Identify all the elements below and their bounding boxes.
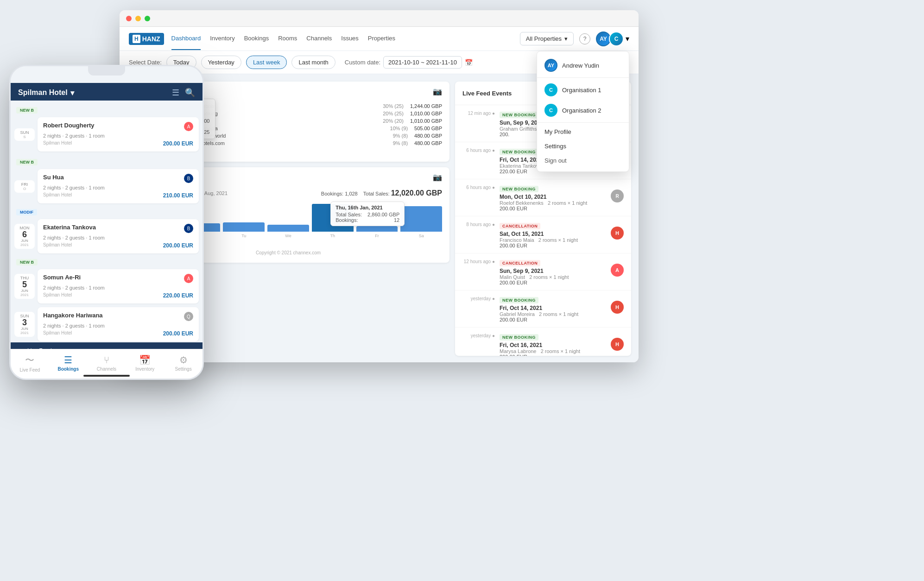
mobile-src-4: A — [184, 274, 193, 283]
mobile-nav-livefeed[interactable]: 〜 Live Feed — [11, 354, 49, 373]
expedia-name: Expedia — [199, 126, 387, 131]
mobile-hotel-tag-4: Spilman Hotel — [43, 292, 72, 299]
mobile-nav-channels[interactable]: ⑂ Channels — [88, 355, 126, 372]
feed-content-5: CANCELLATION Sun, Sep 9, 2021 Malin Quis… — [500, 258, 606, 285]
mobile-card-1[interactable]: Robert Dougherty A 2 nights · 2 guests ·… — [38, 117, 199, 152]
dropdown-divider-1 — [537, 77, 629, 78]
bar-tu: Tu — [223, 222, 265, 238]
dropdown-org2-label: Organisation 2 — [562, 107, 601, 114]
custom-date-section: Custom date: 2021-10-10 ~ 2021-11-10 📅 — [345, 56, 473, 69]
user-dropdown-menu: AY Andrew Yudin C Organisation 1 C Organ… — [537, 51, 629, 172]
mobile-card-footer-1: Spilman Hotel 200.00 EUR — [43, 140, 193, 147]
booking-name: Booking — [199, 111, 380, 116]
nav-channels[interactable]: Channels — [306, 27, 332, 50]
mobile-nav-inventory[interactable]: 📅 Inventory — [126, 354, 164, 372]
feed-detail-4: Francisco Maia 2 rooms × 1 night — [500, 237, 606, 243]
dropdown-user-item[interactable]: AY Andrew Yudin — [537, 55, 629, 76]
calendar-icon[interactable]: 📅 — [465, 59, 473, 66]
mobile-badge-2: NEW B — [16, 159, 38, 165]
dropdown-my-profile[interactable]: My Profile — [537, 125, 629, 139]
mobile-card-2[interactable]: Su Hua B 2 nights · 2 guests · 1 room Sp… — [38, 169, 199, 203]
settings-nav-icon: ⚙ — [179, 354, 188, 366]
mobile-amount-4: 220.00 EUR — [163, 292, 193, 299]
sales-camera-icon[interactable]: 📷 — [433, 173, 442, 182]
bar-tu-label: Tu — [241, 234, 246, 238]
chart-tooltip-sales: Total Sales: 2,860.00 GBP — [335, 212, 399, 217]
total-value: 12,020.00 GBP — [391, 189, 442, 197]
bar-fr-label: Fr — [375, 234, 379, 238]
mobile-card-footer-3: Spilman Hotel 200.00 EUR — [43, 242, 193, 249]
nav-dashboard[interactable]: Dashboard — [171, 27, 201, 50]
window-titlebar — [120, 10, 639, 27]
mobile-booking-list: NEW B SUN S Robert Dougherty A 2 nights … — [11, 101, 203, 342]
mobile-status-label-2: NEW B — [11, 155, 203, 169]
bar-sa: Sa — [400, 206, 442, 238]
feed-item-7: yesterday ● NEW BOOKING Fri, Oct 16, 202… — [455, 328, 631, 356]
search-icon-mobile[interactable]: 🔍 — [185, 88, 195, 98]
mobile-guest-4: Somun Ae-Ri — [43, 274, 81, 281]
livefeed-nav-label: Live Feed — [19, 367, 40, 373]
nav-issues[interactable]: Issues — [341, 27, 359, 50]
nav-properties[interactable]: Properties — [368, 27, 395, 50]
mobile-card-top-4: Somun Ae-Ri A — [43, 274, 193, 283]
live-feed-title: Live Feed Events — [462, 90, 544, 97]
help-icon[interactable]: ? — [579, 33, 590, 44]
maximize-button[interactable] — [145, 16, 150, 21]
feed-detail-6: Gabriel Moreira 2 rooms × 1 night — [500, 311, 606, 317]
dropdown-org2[interactable]: C Organisation 2 — [537, 100, 629, 120]
camera-icon[interactable]: 📷 — [433, 87, 442, 96]
date-yesterday-btn[interactable]: Yesterday — [201, 56, 241, 69]
mobile-status-bar — [11, 66, 203, 83]
close-button[interactable] — [126, 16, 132, 21]
nav-inventory[interactable]: Inventory — [210, 27, 234, 50]
bar-we: We — [267, 225, 309, 238]
feed-time-1: 12 min ago ● — [462, 110, 495, 116]
mobile-guest-5: Hangakore Hariwana — [43, 312, 103, 319]
property-selector[interactable]: All Properties ▾ — [520, 32, 574, 45]
property-selector-value: All Properties — [526, 35, 562, 42]
mobile-amount-3: 200.00 EUR — [163, 242, 193, 249]
mobile-card-5[interactable]: Hangakore Hariwana Q 2 nights · 2 guests… — [38, 307, 199, 341]
mobile-bottom-nav: 〜 Live Feed ☰ Bookings ⑂ Channels 📅 Inve… — [11, 349, 203, 379]
date-lastmonth-btn[interactable]: Last month — [291, 56, 335, 69]
mobile-hotel-tag-2: Spilman Hotel — [43, 192, 72, 199]
chart-tooltip-bookings: Bookings: 12 — [335, 217, 399, 223]
channels-nav-icon: ⑂ — [104, 355, 109, 366]
bar-we-bar — [267, 225, 309, 232]
bar-sa-label: Sa — [419, 234, 424, 238]
mobile-card-top-2: Su Hua B — [43, 174, 193, 183]
feed-time-2: 6 hours ago ● — [462, 147, 495, 153]
mobile-guest-2: Su Hua — [43, 174, 64, 181]
custom-date-input[interactable]: 2021-10-10 ~ 2021-11-10 — [383, 56, 462, 69]
feed-avatar-6: H — [611, 301, 624, 314]
source-item-expedia: Expedia 10% (9) 505.00 GBP — [193, 126, 442, 131]
nav-rooms[interactable]: Rooms — [278, 27, 297, 50]
feed-content-7: NEW BOOKING Fri, Oct 16, 2021 Marysa Lab… — [500, 332, 606, 356]
nav-bookings[interactable]: Bookings — [244, 27, 269, 50]
mobile-src-3: B — [184, 224, 193, 233]
feed-time-7: yesterday ● — [462, 332, 495, 338]
total-label: Total Sales: — [363, 191, 390, 196]
mobile-nav-settings[interactable]: ⚙ Settings — [164, 354, 203, 372]
mobile-card-3[interactable]: Ekaterina Tankova B 2 nights · 2 guests … — [38, 219, 199, 253]
feed-content-6: NEW BOOKING Fri, Oct 14, 2021 Gabriel Mo… — [500, 295, 606, 322]
mobile-nav-bookings[interactable]: ☰ Bookings — [49, 354, 88, 372]
bar-th: Th Thu, 16th Jan, 2021 Total Sales: 2,86… — [312, 204, 354, 238]
feed-content-3: NEW BOOKING Mon, Oct 10, 2021 Roelof Bek… — [500, 184, 606, 211]
dropdown-org1[interactable]: C Organisation 1 — [537, 80, 629, 100]
minimize-button[interactable] — [135, 16, 141, 21]
mobile-card-footer-4: Spilman Hotel 220.00 EUR — [43, 292, 193, 299]
user-avatar[interactable]: AY C ▾ — [596, 32, 629, 46]
feed-amount-6: 200.00 EUR — [500, 317, 606, 322]
mobile-entry-3: MODIF MON 6 JUN 2021 Ekaterina Tankova B… — [11, 204, 203, 254]
dropdown-settings[interactable]: Settings — [537, 139, 629, 153]
dropdown-sign-out[interactable]: Sign out — [537, 153, 629, 168]
source-item-ctrip: Ctrip 20% (20) 1,010.00 GBP — [193, 118, 442, 124]
feed-amount-3: 200.00 EUR — [500, 206, 606, 211]
date-lastweek-btn[interactable]: Last week — [246, 56, 287, 69]
mobile-card-4[interactable]: Somun Ae-Ri A 2 nights · 2 guests · 1 ro… — [38, 269, 199, 303]
chart-tooltip-sales-label: Total Sales: — [335, 212, 362, 217]
hotelscom-name: Hotels.com — [199, 140, 390, 146]
filter-icon[interactable]: ☰ — [172, 88, 179, 98]
mobile-src-1: A — [184, 122, 193, 131]
